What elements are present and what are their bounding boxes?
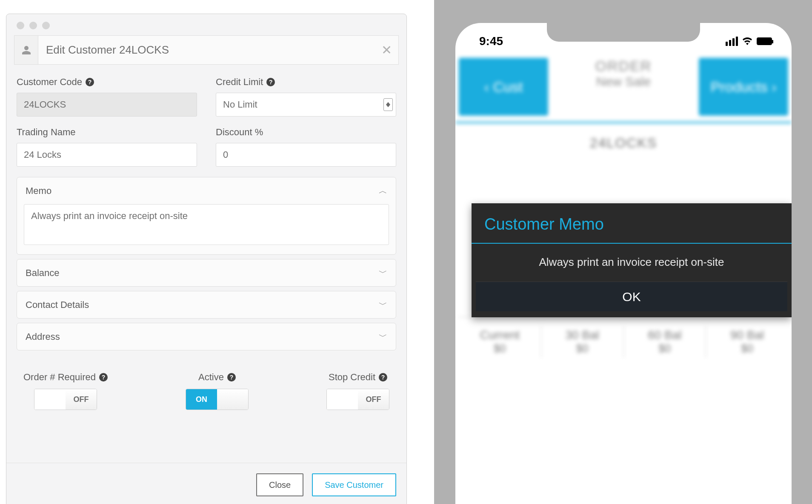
save-customer-button[interactable]: Save Customer <box>312 473 396 496</box>
label-text: Stop Credit <box>329 372 375 383</box>
active-label: Active ? <box>186 372 249 383</box>
discount-input[interactable] <box>216 143 396 167</box>
edit-customer-dialog: Edit Customer 24LOCKS ✕ Customer Code ? … <box>6 14 407 504</box>
customer-code-input <box>17 93 197 117</box>
section-label: Balance <box>26 268 60 279</box>
memo-header[interactable]: Memo ︿ <box>17 177 396 204</box>
header-title: ORDER <box>548 58 699 74</box>
dialog-title-bar: Edit Customer 24LOCKS ✕ <box>14 35 399 65</box>
close-icon[interactable]: ✕ <box>375 36 398 64</box>
balance-cell: 30 Bal$0 <box>541 326 624 358</box>
contact-details-section: Contact Details ﹀ <box>17 291 396 319</box>
memo-overlay-body: Always print an invoice receipt on-site <box>472 244 792 282</box>
stop-credit-label: Stop Credit ? <box>326 372 389 383</box>
label-text: Trading Name <box>17 127 76 138</box>
active-toggle[interactable]: ON <box>186 389 249 410</box>
toggle-state: ON <box>186 389 217 410</box>
mac-zoom-dot[interactable] <box>42 22 50 29</box>
order-required-label: Order # Required ? <box>23 372 108 383</box>
products-button[interactable]: Products › <box>699 58 788 116</box>
memo-overlay-title: Customer Memo <box>472 203 792 243</box>
customer-memo-overlay: Customer Memo Always print an invoice re… <box>472 203 792 317</box>
section-label: Contact Details <box>26 299 89 310</box>
help-icon[interactable]: ? <box>379 373 387 382</box>
status-time: 9:45 <box>479 34 503 48</box>
signal-icon <box>726 37 738 46</box>
trading-name-input[interactable] <box>17 143 197 167</box>
balance-cell: 60 Bal$0 <box>624 326 706 358</box>
memo-textarea[interactable] <box>24 204 389 245</box>
toggle-state: OFF <box>66 389 97 410</box>
section-label: Memo <box>26 185 51 196</box>
customer-code-label: Customer Code ? <box>17 77 197 88</box>
toggle-state: OFF <box>358 389 389 410</box>
header-subtitle: New Sale <box>548 74 699 89</box>
status-icons <box>726 37 772 46</box>
user-icon <box>14 36 38 64</box>
window-controls <box>6 14 406 34</box>
balance-label: 30 Bal <box>541 328 623 342</box>
balance-cell: 90 Bal$0 <box>706 326 788 358</box>
balance-label: 60 Bal <box>624 328 706 342</box>
dialog-footer: Close Save Customer <box>6 463 406 504</box>
chevron-up-icon: ︿ <box>379 185 387 196</box>
toggle-row: Order # Required ? OFF Active ? ON <box>13 355 400 420</box>
help-icon[interactable]: ? <box>86 78 94 86</box>
dialog-title: Edit Customer 24LOCKS <box>38 36 375 64</box>
label-text: Credit Limit <box>216 77 263 88</box>
discount-label: Discount % <box>216 127 396 138</box>
label-text: Customer Code <box>17 77 82 88</box>
address-section: Address ﹀ <box>17 323 396 350</box>
order-required-toggle[interactable]: OFF <box>34 389 97 410</box>
chevron-down-icon: ﹀ <box>379 331 387 342</box>
credit-limit-label: Credit Limit ? <box>216 77 396 88</box>
customer-name: 24LOCKS <box>455 123 792 159</box>
balance-label: Current <box>459 328 541 342</box>
balance-header[interactable]: Balance ﹀ <box>17 259 396 286</box>
section-label: Address <box>26 331 60 342</box>
number-stepper-icon[interactable] <box>383 98 393 111</box>
balance-cell: Current$0 <box>459 326 541 358</box>
form-area: Customer Code ? Credit Limit ? <box>6 65 406 420</box>
help-icon[interactable]: ? <box>99 373 108 382</box>
balance-value: $0 <box>706 342 788 355</box>
address-header[interactable]: Address ﹀ <box>17 323 396 350</box>
balance-value: $0 <box>459 342 541 355</box>
label-text: Active <box>198 372 224 383</box>
stop-credit-toggle[interactable]: OFF <box>326 389 389 410</box>
divider <box>455 122 792 123</box>
close-button[interactable]: Close <box>256 473 303 496</box>
phone-frame: 9:45 ‹ Cust ORDER New Sale Products › 24… <box>455 23 792 504</box>
label-text: Discount % <box>216 127 263 138</box>
balance-value: $0 <box>541 342 623 355</box>
order-header: ORDER New Sale <box>548 58 699 116</box>
trading-name-label: Trading Name <box>17 127 197 138</box>
balance-section: Balance ﹀ <box>17 259 396 287</box>
mac-minimize-dot[interactable] <box>29 22 37 29</box>
ok-button[interactable]: OK <box>476 282 787 311</box>
label-text: Order # Required <box>23 372 96 383</box>
memo-section: Memo ︿ <box>17 177 396 255</box>
cust-back-button[interactable]: ‹ Cust <box>459 58 548 116</box>
chevron-down-icon: ﹀ <box>379 299 387 310</box>
credit-limit-input[interactable] <box>216 93 396 117</box>
help-icon[interactable]: ? <box>266 78 275 86</box>
chevron-down-icon: ﹀ <box>379 267 387 279</box>
contact-details-header[interactable]: Contact Details ﹀ <box>17 291 396 318</box>
mac-close-dot[interactable] <box>17 22 24 29</box>
wifi-icon <box>742 37 752 45</box>
phone-notch <box>547 23 700 42</box>
help-icon[interactable]: ? <box>227 373 236 382</box>
balance-label: 90 Bal <box>706 328 788 342</box>
balance-value: $0 <box>624 342 706 355</box>
battery-icon <box>757 37 772 45</box>
balance-row: Current$030 Bal$060 Bal$090 Bal$0 <box>459 317 788 358</box>
mobile-preview-panel: 9:45 ‹ Cust ORDER New Sale Products › 24… <box>434 0 812 504</box>
